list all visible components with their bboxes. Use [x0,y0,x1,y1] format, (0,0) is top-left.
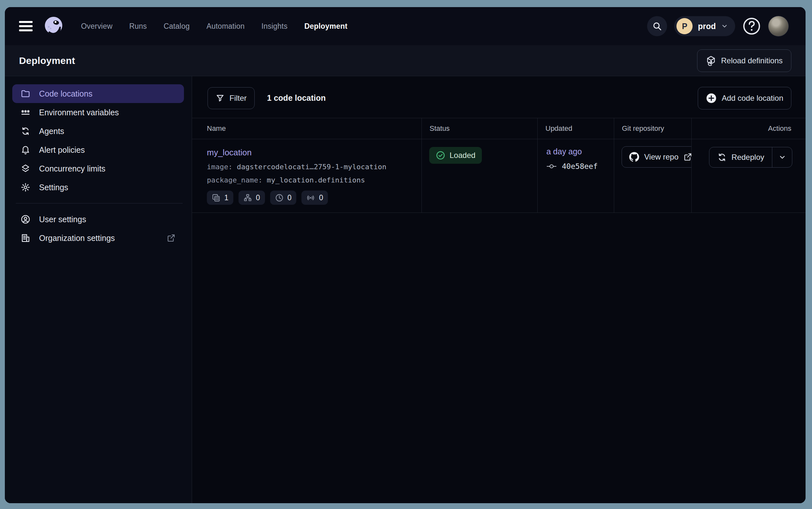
redeploy-icon [717,152,727,162]
add-code-location-button[interactable]: Add code location [698,87,791,109]
deployment-sidebar: Code locations Environment variables [5,76,192,503]
cell-status: Loaded [421,139,538,212]
sensor-icon [306,194,315,202]
search-button[interactable] [647,16,667,36]
jobs-icon [243,194,252,202]
schedules-count-badge: 0 [270,191,297,205]
sidebar-item-code-locations[interactable]: Code locations [12,84,184,103]
code-locations-table: Name Status Updated Git repository Actio… [192,118,806,213]
nav-item-overview[interactable]: Overview [81,22,112,31]
content-area: Code locations Environment variables [5,76,806,503]
empty-area [192,213,806,503]
sidebar-item-agents[interactable]: Agents [12,122,184,140]
page-header: Deployment Reload definitions [5,45,806,76]
help-button[interactable] [742,17,761,36]
cell-actions: Redeploy [691,139,806,212]
primary-nav: Overview Runs Catalog Automation Insight… [81,22,347,31]
schedule-icon [275,194,284,202]
commit-hash: 40e58eef [562,162,598,171]
main-panel: Filter 1 code location Add code location… [192,76,806,503]
hamburger-icon[interactable] [19,21,33,31]
jobs-count-badge: 0 [238,191,265,205]
code-location-link[interactable]: my_location [207,147,252,158]
bell-icon [21,145,30,155]
column-header-git-repository: Git repository [614,118,691,139]
user-circle-icon [21,214,30,224]
definition-count-badges: 1 0 [207,191,415,205]
chevron-down-icon [778,154,786,161]
nav-item-automation[interactable]: Automation [207,22,245,31]
chevron-down-icon [721,23,728,30]
table-row: my_location image: dagstercodelocati…275… [192,139,806,213]
deployment-switcher[interactable]: P prod [674,16,735,36]
layers-icon [21,164,30,173]
user-avatar[interactable] [768,16,789,36]
reload-definitions-button[interactable]: Reload definitions [697,49,791,72]
sidebar-item-environment-variables[interactable]: Environment variables [12,103,184,122]
column-header-status: Status [421,118,538,139]
sidebar-item-settings[interactable]: Settings [12,178,184,197]
column-header-updated: Updated [538,118,614,139]
view-repo-button[interactable]: View repo [622,146,691,168]
dagster-logo[interactable] [43,15,64,37]
nav-item-deployment[interactable]: Deployment [304,22,347,31]
filter-icon [216,94,225,103]
deployment-name: prod [698,22,716,31]
assets-icon [212,194,220,202]
organization-icon [21,233,30,243]
column-header-actions: Actions [691,118,806,139]
external-link-icon [683,152,691,162]
folder-icon [21,89,30,99]
sidebar-item-alert-policies[interactable]: Alert policies [12,140,184,159]
search-icon [652,21,662,31]
code-locations-toolbar: Filter 1 code location Add code location [192,76,806,118]
env-vars-icon [21,107,30,117]
git-commit-icon [546,163,557,170]
redeploy-button[interactable]: Redeploy [709,147,772,167]
nav-item-runs[interactable]: Runs [129,22,147,31]
plus-circle-icon [706,93,717,104]
gear-icon [21,182,30,192]
column-header-name: Name [192,118,421,139]
redeploy-more-button[interactable] [772,147,792,167]
deployment-avatar: P [676,18,693,34]
app-window: Overview Runs Catalog Automation Insight… [5,7,806,503]
top-nav-right: P prod [647,16,789,36]
sidebar-divider [16,203,183,203]
table-header-row: Name Status Updated Git repository Actio… [192,118,806,139]
sidebar-item-concurrency-limits[interactable]: Concurrency limits [12,159,184,178]
commit-line: 40e58eef [546,162,614,171]
reload-definitions-icon [706,56,716,66]
package-meta: package_name: my_location.definitions [207,176,415,184]
sidebar-item-user-settings[interactable]: User settings [12,210,184,229]
cell-git-repository: View repo [614,139,691,212]
sensors-count-badge: 0 [301,191,328,205]
nav-item-catalog[interactable]: Catalog [163,22,190,31]
filter-button[interactable]: Filter [208,87,255,109]
github-icon [629,152,639,162]
redeploy-split-button: Redeploy [709,147,792,168]
sidebar-item-organization-settings[interactable]: Organization settings [12,229,184,247]
cell-name: my_location image: dagstercodelocati…275… [192,139,421,212]
sync-icon [21,126,30,136]
code-location-count: 1 code location [267,93,326,103]
updated-timestamp[interactable]: a day ago [546,147,582,156]
external-link-icon [167,234,176,243]
nav-item-insights[interactable]: Insights [261,22,288,31]
status-badge: Loaded [429,147,482,164]
check-circle-icon [436,150,445,160]
page-title: Deployment [19,55,75,66]
help-icon [743,17,761,35]
top-nav: Overview Runs Catalog Automation Insight… [5,7,806,45]
image-meta: image: dagstercodelocati…2759-1-mylocati… [207,163,415,171]
cell-updated: a day ago 40e58eef [538,139,614,212]
assets-count-badge: 1 [207,191,233,205]
